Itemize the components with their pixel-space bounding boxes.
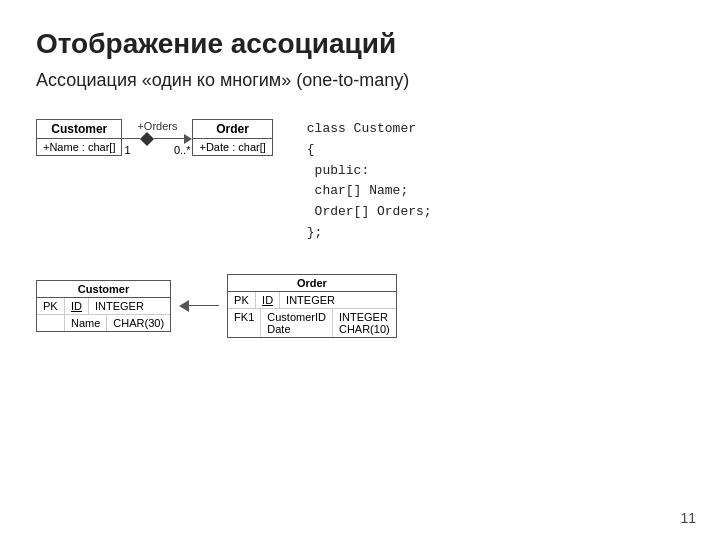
line-segment-2 [154, 138, 184, 139]
db-arrow-area [171, 300, 227, 312]
db-order-fk1: FK1 [228, 309, 261, 337]
slide-subtitle: Ассоциация «один ко многим» (one-to-many… [36, 70, 684, 91]
top-section: Customer +Name : char[] +Orders 1 0..* [36, 115, 684, 244]
db-order-header: Order [228, 275, 396, 292]
uml-connector-line [122, 134, 192, 144]
db-order-type-2: INTEGERCHAR(10) [333, 309, 396, 337]
mult-right: 0..* [174, 144, 191, 156]
db-customer-type-1: INTEGER [89, 298, 150, 314]
db-customer-pk-1: PK [37, 298, 65, 314]
uml-class-order: Order +Date : char[] [192, 119, 272, 156]
slide-title: Отображение ассоциаций [36, 28, 684, 60]
db-section: Customer PK ID INTEGER Name CHAR(30) Ord… [36, 274, 684, 338]
db-order-id: ID [256, 292, 280, 308]
code-line-1: class Customer [307, 119, 432, 140]
code-block: class Customer { public: char[] Name; Or… [307, 119, 432, 244]
db-table-customer: Customer PK ID INTEGER Name CHAR(30) [36, 280, 171, 332]
db-customer-row-2: Name CHAR(30) [37, 315, 170, 331]
uml-class-customer-attr: +Name : char[] [37, 139, 121, 155]
db-customer-name: Name [65, 315, 107, 331]
db-line [189, 305, 219, 306]
db-order-customerid: CustomerIDDate [261, 309, 333, 337]
db-customer-pk-2 [37, 315, 65, 331]
db-customer-row-1: PK ID INTEGER [37, 298, 170, 315]
line-segment-1 [122, 138, 140, 139]
db-customer-header: Customer [37, 281, 170, 298]
slide: Отображение ассоциаций Ассоциация «один … [0, 0, 720, 540]
multiplicities: 1 0..* [122, 144, 192, 156]
code-line-6: }; [307, 223, 432, 244]
db-order-type-1: INTEGER [280, 292, 341, 308]
page-number: 11 [680, 510, 696, 526]
code-line-4: char[] Name; [307, 181, 432, 202]
association-label: +Orders [137, 120, 177, 132]
db-arrow [179, 300, 219, 312]
db-customer-id: ID [65, 298, 89, 314]
mult-left: 1 [124, 144, 130, 156]
code-line-3: public: [307, 161, 432, 182]
uml-class-order-attr: +Date : char[] [193, 139, 271, 155]
db-order-row-2: FK1 CustomerIDDate INTEGERCHAR(10) [228, 309, 396, 337]
code-line-5: Order[] Orders; [307, 202, 432, 223]
uml-class-customer: Customer +Name : char[] [36, 119, 122, 156]
db-arrow-icon [179, 300, 189, 312]
uml-class-order-header: Order [193, 120, 271, 139]
code-line-2: { [307, 140, 432, 161]
db-order-row-1: PK ID INTEGER [228, 292, 396, 309]
uml-class-customer-header: Customer [37, 120, 121, 139]
db-order-pk-1: PK [228, 292, 256, 308]
db-table-order: Order PK ID INTEGER FK1 CustomerIDDate I… [227, 274, 397, 338]
db-customer-type-2: CHAR(30) [107, 315, 170, 331]
uml-top-diagram: Customer +Name : char[] +Orders 1 0..* [36, 119, 273, 156]
arrow-head-icon [184, 134, 192, 144]
